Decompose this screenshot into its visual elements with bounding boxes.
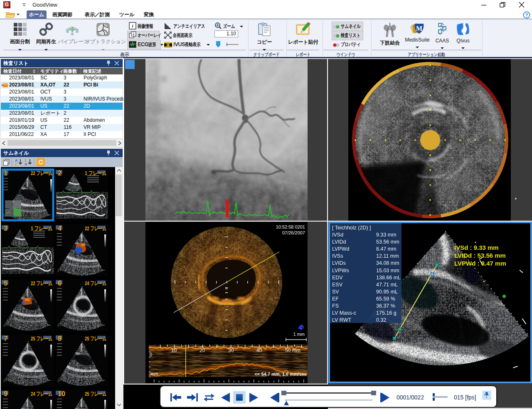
svg-text:8.47 mm: 8.47 mm (376, 246, 397, 252)
svg-text:47.71 mL: 47.71 mL (376, 282, 398, 288)
svg-text:1 mm: 1 mm (293, 332, 305, 337)
svg-text:10: 10 (58, 390, 65, 397)
svg-text:0.32: 0.32 (376, 317, 386, 323)
svg-text:40: 40 (256, 347, 262, 353)
svg-text:24 フレーム: 24 フレーム (85, 280, 106, 286)
svg-text:ESV: ESV (332, 282, 343, 288)
svg-text:0: 0 (150, 352, 152, 357)
svg-text:LVIDd : 53.56 mm: LVIDd : 53.56 mm (454, 252, 506, 259)
svg-text:M: M (416, 25, 422, 32)
svg-text:15.03 mm: 15.03 mm (376, 268, 399, 273)
svg-text:25 フレーム: 25 フレーム (31, 335, 52, 342)
svg-text:EF: EF (332, 296, 339, 302)
svg-text:3: 3 (4, 225, 7, 232)
svg-text:30: 30 (228, 347, 234, 353)
svg-text:8: 8 (58, 335, 62, 342)
svg-text:mm: mm (150, 371, 158, 376)
svg-text:25 フレーム: 25 フレーム (85, 335, 106, 342)
svg-text:<< 54.7 mm, 1.0 mm/sec: << 54.7 mm, 1.0 mm/sec (255, 372, 307, 377)
svg-text:175.16 g: 175.16 g (376, 310, 397, 316)
svg-text:4: 4 (58, 225, 62, 232)
svg-text:1: 1 (4, 170, 7, 177)
svg-text:6: 6 (58, 280, 62, 287)
svg-text:34.08 mm: 34.08 mm (376, 260, 399, 266)
svg-text:36.37 %: 36.37 % (376, 303, 395, 309)
svg-text:20: 20 (200, 347, 205, 353)
svg-text:[ Teichholz (2D) ]: [ Teichholz (2D) ] (332, 225, 371, 231)
svg-text:IVSd : 9.33 mm: IVSd : 9.33 mm (454, 244, 499, 251)
svg-text:22 フレーム: 22 フレーム (31, 170, 52, 176)
svg-text:24 フレーム: 24 フレーム (31, 391, 52, 397)
svg-text:A: A (25, 162, 27, 166)
svg-text:?: ? (525, 12, 528, 17)
svg-text:LVIDd: LVIDd (332, 239, 346, 245)
svg-text:90.95 mL: 90.95 mL (376, 289, 398, 295)
svg-text:12.11 mm: 12.11 mm (376, 253, 399, 259)
svg-text:10:52:58 0201: 10:52:58 0201 (276, 224, 305, 229)
svg-text:7: 7 (4, 335, 7, 342)
svg-text:SV: SV (332, 289, 339, 295)
svg-text:1 フレーム: 1 フレーム (85, 170, 106, 176)
svg-text:LV Mass-c: LV Mass-c (332, 310, 356, 316)
svg-text:1 フレーム: 1 フレーム (31, 225, 52, 232)
svg-text:2: 2 (58, 170, 62, 177)
svg-text:LV RWT: LV RWT (332, 317, 351, 323)
svg-text:9: 9 (4, 390, 7, 397)
svg-text:5: 5 (4, 280, 7, 287)
svg-text:53.56 mm: 53.56 mm (376, 239, 399, 245)
svg-text:65.59 %: 65.59 % (376, 296, 395, 302)
svg-text:IVSd: IVSd (332, 232, 343, 238)
svg-text:22 フレーム: 22 フレーム (31, 280, 52, 286)
svg-text:07/26/2007: 07/26/2007 (282, 230, 305, 235)
svg-text:LVPWs: LVPWs (332, 268, 349, 273)
svg-text:IVSs: IVSs (332, 253, 343, 259)
svg-text:FS: FS (332, 303, 339, 309)
svg-text:10: 10 (171, 347, 177, 353)
svg-text:LVIDs: LVIDs (332, 260, 346, 266)
svg-text:50 mm: 50 mm (285, 347, 300, 353)
svg-text:Z: Z (15, 162, 17, 166)
svg-text:138.66 mL: 138.66 mL (376, 275, 401, 281)
svg-text:LVPWd : 8.47 mm: LVPWd : 8.47 mm (454, 260, 506, 267)
svg-text:22 フレーム: 22 フレーム (85, 225, 106, 232)
svg-text:25 フレーム: 25 フレーム (85, 391, 106, 397)
svg-text:LVPWd: LVPWd (332, 246, 349, 252)
svg-text:9.33 mm: 9.33 mm (376, 232, 397, 238)
svg-text:EDV: EDV (332, 275, 343, 281)
